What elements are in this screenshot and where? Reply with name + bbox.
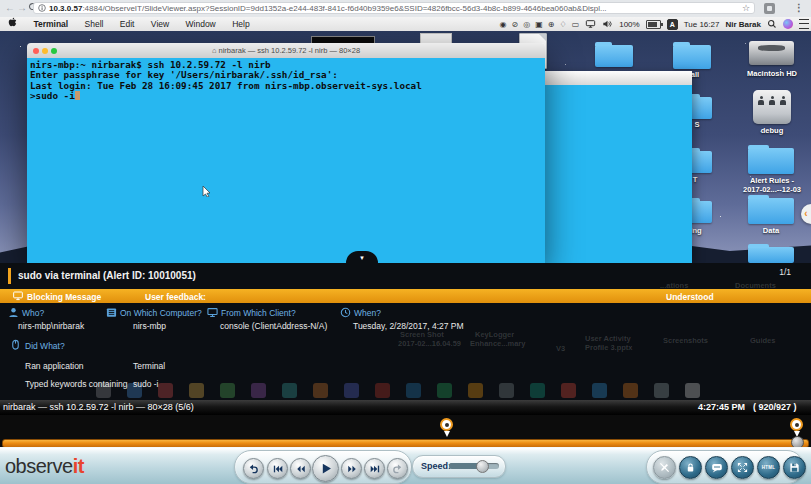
annotate-disabled-button[interactable] bbox=[653, 456, 676, 479]
who-label: Who? bbox=[22, 308, 44, 318]
skip-to-start-button[interactable] bbox=[267, 458, 288, 479]
dock-app-icon bbox=[530, 383, 545, 398]
battery-icon[interactable] bbox=[646, 20, 661, 29]
rewind-button[interactable] bbox=[290, 458, 311, 479]
browser-back-icon[interactable]: ← bbox=[4, 2, 16, 14]
speed-slider-thumb[interactable] bbox=[476, 460, 489, 473]
browser-menu-icon[interactable]: ⋮ bbox=[794, 2, 804, 13]
status-menu-icon[interactable]: ▭ bbox=[572, 20, 580, 29]
status-menu-icon[interactable]: ⊘ bbox=[512, 20, 519, 29]
timeline bbox=[0, 415, 811, 447]
macos-menu-bar: Terminal Shell Edit View Window Help ◉⊘◎… bbox=[0, 17, 811, 32]
status-menu-icon[interactable]: ♢ bbox=[559, 20, 566, 29]
speed-control-group: Speed: bbox=[412, 455, 506, 478]
info-icon[interactable] bbox=[38, 4, 46, 12]
fast-forward-button[interactable] bbox=[341, 458, 362, 479]
close-button[interactable] bbox=[33, 48, 39, 54]
session-title: nirbarak — ssh 10.2.59.72 -l nirb — 80×2… bbox=[3, 402, 194, 412]
alert-collapse-notch[interactable]: ▼ bbox=[346, 251, 378, 263]
save-button[interactable] bbox=[783, 456, 806, 479]
frame-counter: ( 920/927 ) bbox=[753, 402, 797, 412]
alert-pager[interactable]: 1/1 bbox=[779, 267, 791, 277]
browser-toolbar: ← → 10.3.0.57:4884/ObserveIT/SlideViewer… bbox=[0, 0, 811, 18]
chat-bubble-icon bbox=[711, 462, 723, 474]
airplay-icon[interactable] bbox=[585, 19, 596, 29]
background-terminal-window[interactable] bbox=[545, 71, 692, 263]
redo-button[interactable] bbox=[387, 458, 408, 479]
zoom-button[interactable] bbox=[51, 48, 57, 54]
volume-icon[interactable] bbox=[602, 19, 613, 29]
when-clock-icon bbox=[340, 307, 351, 318]
menu-help[interactable]: Help bbox=[232, 17, 249, 31]
desktop-folder-icon[interactable] bbox=[673, 45, 711, 69]
menubar-status-icons[interactable]: ◉⊘◎▣⊕♢▭ bbox=[495, 20, 580, 29]
user-feedback-label: User feedback: bbox=[145, 292, 206, 302]
menu-shell[interactable]: Shell bbox=[85, 17, 104, 31]
dock-app-icon bbox=[561, 383, 576, 398]
status-menu-icon[interactable]: ◉ bbox=[500, 20, 507, 29]
faded-desktop-label: Screenshots bbox=[663, 336, 708, 345]
fullscreen-button[interactable] bbox=[731, 456, 754, 479]
desktop-folder-icon[interactable] bbox=[595, 45, 633, 67]
desktop-folder-icon[interactable] bbox=[690, 97, 712, 119]
terminal-titlebar[interactable]: ⌂ nirbarak — ssh 10.2.59.72 -l nirb — 80… bbox=[27, 43, 545, 59]
client-label: From Which Client? bbox=[221, 308, 296, 318]
terminal-line: Last login: Tue Feb 28 16:09:45 2017 fro… bbox=[30, 81, 545, 91]
dock bbox=[96, 383, 700, 399]
desktop-folder-icon[interactable] bbox=[690, 201, 712, 223]
menu-edit[interactable]: Edit bbox=[120, 17, 135, 31]
dock-app-icon bbox=[685, 383, 700, 398]
alert-rules-folder-icon[interactable] bbox=[748, 148, 794, 174]
notification-center-icon[interactable] bbox=[799, 19, 809, 29]
play-button[interactable] bbox=[312, 455, 339, 482]
undo-button[interactable] bbox=[243, 458, 264, 479]
spotlight-search-icon[interactable] bbox=[767, 19, 777, 29]
data-folder-icon[interactable] bbox=[748, 198, 794, 224]
html-export-button[interactable]: HTML bbox=[757, 456, 780, 479]
menubar-user[interactable]: Nir Barak bbox=[725, 20, 761, 29]
skip-to-end-button[interactable] bbox=[364, 458, 385, 479]
url-path: :4884/ObserveIT/SlideViewer.aspx?Session… bbox=[82, 4, 740, 13]
apple-menu-icon[interactable] bbox=[8, 17, 17, 31]
observeit-logo: observeit bbox=[5, 455, 84, 478]
faded-desktop-label: Screen Shot bbox=[400, 330, 444, 339]
dock-app-icon bbox=[251, 383, 266, 398]
dock-app-icon bbox=[592, 383, 607, 398]
alert-pin-marker[interactable] bbox=[790, 418, 804, 438]
siri-icon[interactable] bbox=[783, 19, 793, 29]
chat-button[interactable] bbox=[705, 456, 728, 479]
menu-terminal[interactable]: Terminal bbox=[33, 17, 68, 31]
blocking-message-bar: Blocking Message User feedback: Understo… bbox=[0, 289, 811, 303]
browser-extension-icon[interactable] bbox=[764, 3, 775, 14]
speed-slider-track[interactable] bbox=[449, 463, 499, 469]
status-menu-icon[interactable]: ⊕ bbox=[548, 20, 555, 29]
dock-app-icon bbox=[282, 383, 297, 398]
blocking-message-icon bbox=[13, 291, 23, 301]
status-menu-icon[interactable]: ▣ bbox=[535, 20, 543, 29]
alert-pin-marker[interactable] bbox=[440, 418, 454, 438]
menubar-clock[interactable]: Tue 16:27 bbox=[684, 20, 720, 29]
computer-value: nirs-mbp bbox=[133, 321, 166, 331]
status-menu-icon[interactable]: ◎ bbox=[523, 20, 530, 29]
terminal-content[interactable]: nirs-mbp:~ nirbarak$ ssh 10.2.59.72 -l n… bbox=[27, 58, 545, 263]
input-source-icon[interactable]: A bbox=[667, 19, 678, 30]
data-folder-label: Data bbox=[750, 226, 792, 235]
debug-label: debug bbox=[750, 126, 794, 135]
user-icon bbox=[8, 307, 19, 318]
menu-window[interactable]: Window bbox=[186, 17, 216, 31]
dock-app-icon bbox=[158, 383, 173, 398]
url-field[interactable]: 10.3.0.57:4884/ObserveIT/SlideViewer.asp… bbox=[33, 2, 755, 14]
terminal-window: ⌂ nirbarak — ssh 10.2.59.72 -l nirb — 80… bbox=[27, 43, 545, 263]
alert-details-panel: Screen Shot 2017-02...16.04.59 KeyLogger… bbox=[0, 303, 811, 400]
menu-view[interactable]: View bbox=[151, 17, 169, 31]
debug-drive-icon[interactable] bbox=[753, 90, 791, 124]
minimize-button[interactable] bbox=[42, 48, 48, 54]
computer-list-icon bbox=[106, 307, 117, 318]
desktop-folder-icon[interactable] bbox=[748, 247, 794, 263]
desktop-folder-icon[interactable] bbox=[690, 151, 712, 173]
macintosh-hd-icon[interactable] bbox=[749, 41, 794, 65]
lock-button[interactable] bbox=[679, 456, 702, 479]
desktop-edge-chevron[interactable]: ‹ bbox=[801, 204, 811, 224]
bookmark-star-icon[interactable]: ☆ bbox=[742, 3, 750, 13]
did-what-label: Did What? bbox=[25, 341, 65, 351]
